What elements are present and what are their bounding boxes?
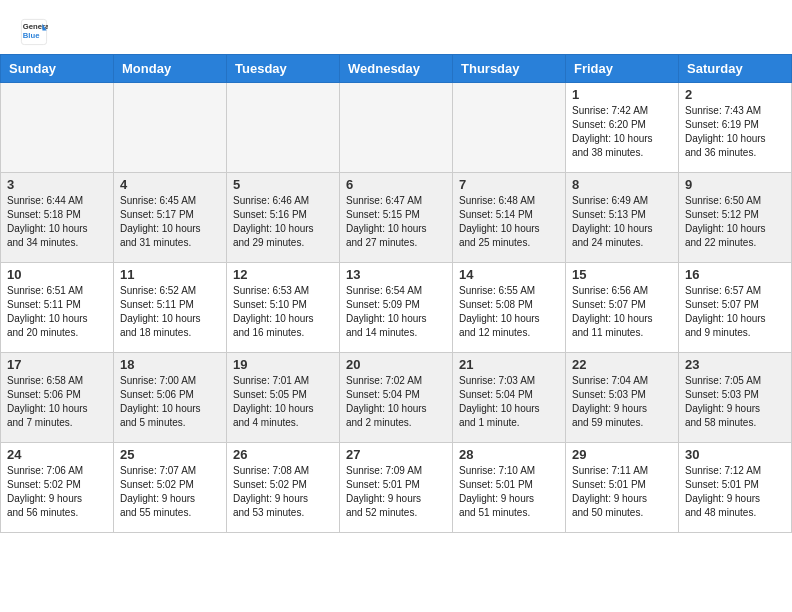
calendar-cell: 25Sunrise: 7:07 AM Sunset: 5:02 PM Dayli…	[114, 443, 227, 533]
day-info: Sunrise: 6:50 AM Sunset: 5:12 PM Dayligh…	[685, 194, 785, 250]
day-number: 14	[459, 267, 559, 282]
day-number: 10	[7, 267, 107, 282]
calendar-cell: 11Sunrise: 6:52 AM Sunset: 5:11 PM Dayli…	[114, 263, 227, 353]
calendar-cell: 21Sunrise: 7:03 AM Sunset: 5:04 PM Dayli…	[453, 353, 566, 443]
weekday-header-wednesday: Wednesday	[340, 55, 453, 83]
day-info: Sunrise: 7:02 AM Sunset: 5:04 PM Dayligh…	[346, 374, 446, 430]
calendar-cell	[453, 83, 566, 173]
svg-text:Blue: Blue	[23, 31, 40, 40]
day-number: 5	[233, 177, 333, 192]
calendar-cell: 4Sunrise: 6:45 AM Sunset: 5:17 PM Daylig…	[114, 173, 227, 263]
calendar-cell	[1, 83, 114, 173]
day-info: Sunrise: 7:12 AM Sunset: 5:01 PM Dayligh…	[685, 464, 785, 520]
day-number: 18	[120, 357, 220, 372]
calendar-cell: 13Sunrise: 6:54 AM Sunset: 5:09 PM Dayli…	[340, 263, 453, 353]
day-number: 21	[459, 357, 559, 372]
day-info: Sunrise: 6:56 AM Sunset: 5:07 PM Dayligh…	[572, 284, 672, 340]
weekday-header-saturday: Saturday	[679, 55, 792, 83]
week-row-3: 10Sunrise: 6:51 AM Sunset: 5:11 PM Dayli…	[1, 263, 792, 353]
calendar-cell: 29Sunrise: 7:11 AM Sunset: 5:01 PM Dayli…	[566, 443, 679, 533]
weekday-header-tuesday: Tuesday	[227, 55, 340, 83]
week-row-2: 3Sunrise: 6:44 AM Sunset: 5:18 PM Daylig…	[1, 173, 792, 263]
day-number: 6	[346, 177, 446, 192]
day-info: Sunrise: 7:08 AM Sunset: 5:02 PM Dayligh…	[233, 464, 333, 520]
calendar-cell: 17Sunrise: 6:58 AM Sunset: 5:06 PM Dayli…	[1, 353, 114, 443]
day-info: Sunrise: 6:46 AM Sunset: 5:16 PM Dayligh…	[233, 194, 333, 250]
calendar-cell: 6Sunrise: 6:47 AM Sunset: 5:15 PM Daylig…	[340, 173, 453, 263]
calendar-cell: 18Sunrise: 7:00 AM Sunset: 5:06 PM Dayli…	[114, 353, 227, 443]
day-info: Sunrise: 7:05 AM Sunset: 5:03 PM Dayligh…	[685, 374, 785, 430]
day-info: Sunrise: 7:01 AM Sunset: 5:05 PM Dayligh…	[233, 374, 333, 430]
day-info: Sunrise: 7:03 AM Sunset: 5:04 PM Dayligh…	[459, 374, 559, 430]
day-number: 2	[685, 87, 785, 102]
day-info: Sunrise: 7:06 AM Sunset: 5:02 PM Dayligh…	[7, 464, 107, 520]
header: General Blue	[0, 0, 792, 54]
calendar-cell: 2Sunrise: 7:43 AM Sunset: 6:19 PM Daylig…	[679, 83, 792, 173]
page-container: General Blue SundayMondayTuesdayWednesda…	[0, 0, 792, 533]
day-info: Sunrise: 7:09 AM Sunset: 5:01 PM Dayligh…	[346, 464, 446, 520]
day-number: 15	[572, 267, 672, 282]
calendar-cell: 24Sunrise: 7:06 AM Sunset: 5:02 PM Dayli…	[1, 443, 114, 533]
calendar-cell: 23Sunrise: 7:05 AM Sunset: 5:03 PM Dayli…	[679, 353, 792, 443]
day-number: 17	[7, 357, 107, 372]
week-row-5: 24Sunrise: 7:06 AM Sunset: 5:02 PM Dayli…	[1, 443, 792, 533]
day-number: 11	[120, 267, 220, 282]
week-row-4: 17Sunrise: 6:58 AM Sunset: 5:06 PM Dayli…	[1, 353, 792, 443]
day-number: 23	[685, 357, 785, 372]
weekday-header-row: SundayMondayTuesdayWednesdayThursdayFrid…	[1, 55, 792, 83]
day-info: Sunrise: 6:44 AM Sunset: 5:18 PM Dayligh…	[7, 194, 107, 250]
day-info: Sunrise: 7:10 AM Sunset: 5:01 PM Dayligh…	[459, 464, 559, 520]
day-number: 25	[120, 447, 220, 462]
calendar-cell: 22Sunrise: 7:04 AM Sunset: 5:03 PM Dayli…	[566, 353, 679, 443]
calendar-cell: 20Sunrise: 7:02 AM Sunset: 5:04 PM Dayli…	[340, 353, 453, 443]
calendar-cell: 9Sunrise: 6:50 AM Sunset: 5:12 PM Daylig…	[679, 173, 792, 263]
calendar-cell: 27Sunrise: 7:09 AM Sunset: 5:01 PM Dayli…	[340, 443, 453, 533]
calendar-cell	[340, 83, 453, 173]
calendar-cell: 26Sunrise: 7:08 AM Sunset: 5:02 PM Dayli…	[227, 443, 340, 533]
calendar-cell: 19Sunrise: 7:01 AM Sunset: 5:05 PM Dayli…	[227, 353, 340, 443]
calendar-cell: 10Sunrise: 6:51 AM Sunset: 5:11 PM Dayli…	[1, 263, 114, 353]
day-number: 8	[572, 177, 672, 192]
calendar-cell: 1Sunrise: 7:42 AM Sunset: 6:20 PM Daylig…	[566, 83, 679, 173]
day-number: 4	[120, 177, 220, 192]
day-number: 13	[346, 267, 446, 282]
day-info: Sunrise: 7:07 AM Sunset: 5:02 PM Dayligh…	[120, 464, 220, 520]
day-number: 24	[7, 447, 107, 462]
day-info: Sunrise: 6:51 AM Sunset: 5:11 PM Dayligh…	[7, 284, 107, 340]
day-info: Sunrise: 6:54 AM Sunset: 5:09 PM Dayligh…	[346, 284, 446, 340]
calendar-cell	[227, 83, 340, 173]
day-info: Sunrise: 6:53 AM Sunset: 5:10 PM Dayligh…	[233, 284, 333, 340]
weekday-header-thursday: Thursday	[453, 55, 566, 83]
day-number: 22	[572, 357, 672, 372]
calendar-cell: 12Sunrise: 6:53 AM Sunset: 5:10 PM Dayli…	[227, 263, 340, 353]
day-number: 12	[233, 267, 333, 282]
calendar-cell: 16Sunrise: 6:57 AM Sunset: 5:07 PM Dayli…	[679, 263, 792, 353]
day-info: Sunrise: 7:04 AM Sunset: 5:03 PM Dayligh…	[572, 374, 672, 430]
day-info: Sunrise: 6:49 AM Sunset: 5:13 PM Dayligh…	[572, 194, 672, 250]
day-number: 16	[685, 267, 785, 282]
calendar-cell: 15Sunrise: 6:56 AM Sunset: 5:07 PM Dayli…	[566, 263, 679, 353]
calendar-cell: 30Sunrise: 7:12 AM Sunset: 5:01 PM Dayli…	[679, 443, 792, 533]
day-number: 26	[233, 447, 333, 462]
calendar-cell: 3Sunrise: 6:44 AM Sunset: 5:18 PM Daylig…	[1, 173, 114, 263]
weekday-header-sunday: Sunday	[1, 55, 114, 83]
day-number: 28	[459, 447, 559, 462]
day-number: 30	[685, 447, 785, 462]
calendar-cell: 5Sunrise: 6:46 AM Sunset: 5:16 PM Daylig…	[227, 173, 340, 263]
day-info: Sunrise: 6:48 AM Sunset: 5:14 PM Dayligh…	[459, 194, 559, 250]
weekday-header-friday: Friday	[566, 55, 679, 83]
day-number: 19	[233, 357, 333, 372]
day-info: Sunrise: 6:58 AM Sunset: 5:06 PM Dayligh…	[7, 374, 107, 430]
day-info: Sunrise: 7:11 AM Sunset: 5:01 PM Dayligh…	[572, 464, 672, 520]
day-info: Sunrise: 7:43 AM Sunset: 6:19 PM Dayligh…	[685, 104, 785, 160]
day-info: Sunrise: 6:52 AM Sunset: 5:11 PM Dayligh…	[120, 284, 220, 340]
calendar-cell	[114, 83, 227, 173]
day-number: 1	[572, 87, 672, 102]
logo: General Blue	[20, 18, 48, 46]
day-info: Sunrise: 7:42 AM Sunset: 6:20 PM Dayligh…	[572, 104, 672, 160]
day-number: 7	[459, 177, 559, 192]
day-number: 29	[572, 447, 672, 462]
day-info: Sunrise: 6:45 AM Sunset: 5:17 PM Dayligh…	[120, 194, 220, 250]
calendar-cell: 28Sunrise: 7:10 AM Sunset: 5:01 PM Dayli…	[453, 443, 566, 533]
weekday-header-monday: Monday	[114, 55, 227, 83]
